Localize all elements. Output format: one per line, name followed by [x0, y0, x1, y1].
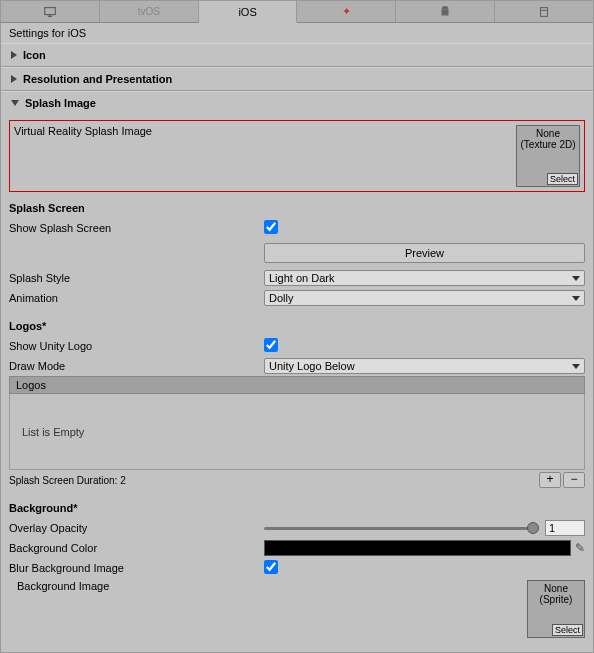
- select-button[interactable]: Select: [552, 624, 583, 636]
- splash-style-value: Light on Dark: [269, 272, 334, 284]
- background-color-label: Background Color: [9, 542, 264, 554]
- section-splash[interactable]: Splash Image: [1, 91, 593, 114]
- slider-thumb[interactable]: [527, 522, 539, 534]
- overlay-opacity-slider[interactable]: [264, 527, 539, 530]
- eyedropper-icon[interactable]: ✎: [575, 541, 585, 555]
- tab-misc[interactable]: [495, 1, 593, 22]
- sprite-none: None: [528, 583, 584, 594]
- chevron-right-icon: [11, 51, 17, 59]
- blur-bg-checkbox[interactable]: [264, 560, 278, 574]
- package-icon: [537, 5, 551, 19]
- maple-icon: ✦: [342, 5, 351, 18]
- logos-list: List is Empty: [9, 394, 585, 470]
- section-icon-label: Icon: [23, 49, 46, 61]
- bg-image-slot[interactable]: None (Sprite) Select: [527, 580, 585, 638]
- monitor-icon: [43, 5, 57, 19]
- animation-label: Animation: [9, 292, 264, 304]
- ios-label: iOS: [238, 6, 256, 18]
- android-icon: [438, 5, 452, 19]
- vr-splash-texture-slot[interactable]: None (Texture 2D) Select: [516, 125, 580, 187]
- platform-tabs: tvOS iOS ✦: [1, 1, 593, 23]
- tab-standalone[interactable]: [1, 1, 100, 22]
- overlay-opacity-input[interactable]: [545, 520, 585, 536]
- texture-none: None: [517, 128, 579, 139]
- logos-header: Logos*: [9, 316, 585, 336]
- preview-button[interactable]: Preview: [264, 243, 585, 263]
- draw-mode-dropdown[interactable]: Unity Logo Below: [264, 358, 585, 374]
- remove-logo-button[interactable]: −: [563, 472, 585, 488]
- chevron-down-icon: [572, 296, 580, 301]
- chevron-down-icon: [572, 364, 580, 369]
- tab-tvos[interactable]: tvOS: [100, 1, 199, 22]
- splash-screen-header: Splash Screen: [9, 198, 585, 218]
- section-splash-label: Splash Image: [25, 97, 96, 109]
- vr-splash-row: Virtual Reality Splash Image None (Textu…: [9, 120, 585, 192]
- show-unity-logo-label: Show Unity Logo: [9, 340, 264, 352]
- draw-mode-value: Unity Logo Below: [269, 360, 355, 372]
- blur-bg-label: Blur Background Image: [9, 562, 264, 574]
- animation-value: Dolly: [269, 292, 293, 304]
- section-resolution-label: Resolution and Presentation: [23, 73, 172, 85]
- section-resolution[interactable]: Resolution and Presentation: [1, 67, 593, 90]
- splash-style-label: Splash Style: [9, 272, 264, 284]
- svg-rect-0: [45, 7, 56, 14]
- tab-ios[interactable]: iOS: [199, 1, 298, 23]
- show-splash-checkbox[interactable]: [264, 220, 278, 234]
- sprite-type: (Sprite): [528, 594, 584, 605]
- draw-mode-label: Draw Mode: [9, 360, 264, 372]
- background-color-swatch[interactable]: [264, 540, 571, 556]
- texture-type: (Texture 2D): [517, 139, 579, 150]
- svg-rect-1: [442, 9, 449, 15]
- select-button[interactable]: Select: [547, 173, 578, 185]
- chevron-down-icon: [572, 276, 580, 281]
- tvos-label: tvOS: [138, 6, 160, 17]
- svg-rect-4: [541, 7, 548, 16]
- chevron-down-icon: [11, 100, 19, 106]
- chevron-right-icon: [11, 75, 17, 83]
- tab-maple[interactable]: ✦: [297, 1, 396, 22]
- bg-image-label: Background Image: [9, 580, 264, 592]
- show-unity-logo-checkbox[interactable]: [264, 338, 278, 352]
- splash-duration: Splash Screen Duration: 2: [9, 475, 126, 486]
- tab-android[interactable]: [396, 1, 495, 22]
- logos-empty: List is Empty: [22, 426, 84, 438]
- section-icon[interactable]: Icon: [1, 43, 593, 66]
- overlay-opacity-label: Overlay Opacity: [9, 522, 264, 534]
- add-logo-button[interactable]: +: [539, 472, 561, 488]
- settings-title: Settings for iOS: [1, 23, 593, 43]
- logos-list-header: Logos: [9, 376, 585, 394]
- show-splash-label: Show Splash Screen: [9, 222, 264, 234]
- vr-splash-label: Virtual Reality Splash Image: [14, 125, 152, 137]
- background-header: Background*: [9, 498, 585, 518]
- splash-style-dropdown[interactable]: Light on Dark: [264, 270, 585, 286]
- animation-dropdown[interactable]: Dolly: [264, 290, 585, 306]
